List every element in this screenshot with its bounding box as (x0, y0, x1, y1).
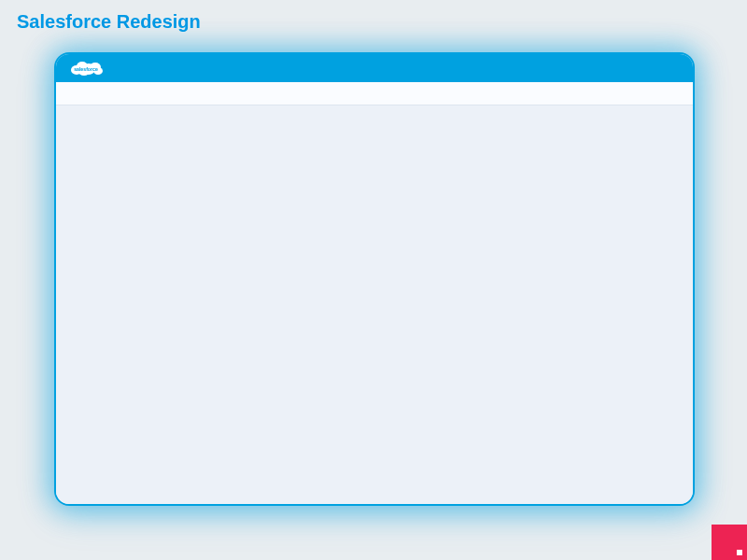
app-window: salesforce (56, 54, 693, 504)
toolbar (56, 82, 693, 105)
logo-text: salesforce (74, 66, 98, 72)
header-bar: salesforce (56, 54, 693, 82)
page-title: Salesforce Redesign (17, 11, 201, 33)
content-area (56, 105, 693, 504)
corner-badge[interactable] (712, 525, 747, 560)
salesforce-logo[interactable]: salesforce (67, 59, 105, 77)
